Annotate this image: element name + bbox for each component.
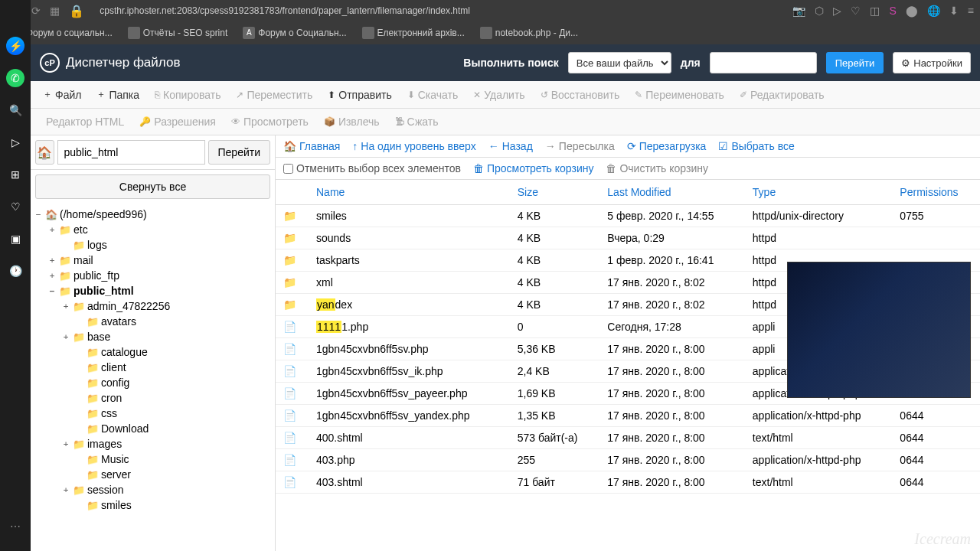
nav-up-link[interactable]: ↑На один уровень вверх: [352, 140, 475, 152]
tree-node-public_ftp[interactable]: +📁public_ftp: [31, 268, 275, 283]
tree-node-avatars[interactable]: 📁avatars: [31, 314, 275, 329]
toolbar-Файл[interactable]: ＋Файл: [37, 85, 87, 104]
toolbar-icon: 🔑: [139, 116, 151, 127]
view-trash-link[interactable]: 🗑Просмотреть корзину: [473, 162, 594, 174]
ext-icon[interactable]: ◫: [870, 5, 880, 17]
col-modified[interactable]: Last Modified: [599, 180, 745, 205]
path-go-button[interactable]: Перейти: [208, 140, 270, 165]
empty-trash-link[interactable]: 🗑Очистить корзину: [606, 162, 708, 174]
table-row[interactable]: 📄1gbn45cxvbn6ff5sv_yandex.php1,35 KB17 я…: [276, 405, 980, 427]
url-text[interactable]: cpsthr.iphoster.net:2083/cpsess919238178…: [100, 5, 783, 16]
path-input[interactable]: [57, 140, 205, 165]
bookmark-item[interactable]: AФорум о Социальн...: [238, 25, 351, 41]
bookmark-label: Отчёты - SEO sprint: [143, 28, 228, 38]
expander-icon[interactable]: +: [47, 271, 57, 281]
expander-icon[interactable]: +: [61, 485, 70, 495]
file-icon: 📄: [283, 432, 296, 444]
col-perms[interactable]: Permissions: [892, 180, 980, 205]
tree-node-server[interactable]: 📁server: [31, 467, 275, 482]
heart-icon[interactable]: ♡: [851, 5, 861, 17]
play-icon[interactable]: ▷: [833, 5, 841, 17]
tree-node-images[interactable]: +📁images: [31, 436, 275, 452]
col-icon[interactable]: [276, 180, 309, 205]
tree-node-logs[interactable]: 📁logs: [31, 237, 275, 253]
tree-node-catalogue[interactable]: 📁catalogue: [31, 344, 275, 360]
toolbar-Отправить[interactable]: ⬆Отправить: [322, 86, 397, 104]
messenger-icon[interactable]: ⚡: [6, 37, 24, 55]
heart-icon[interactable]: ♡: [6, 197, 24, 216]
deselect-checkbox-input[interactable]: [283, 164, 293, 174]
menu-icon[interactable]: ≡: [968, 5, 974, 17]
col-size[interactable]: Size: [510, 180, 600, 205]
search-go-button[interactable]: Перейти: [826, 52, 884, 73]
tree-node-mail[interactable]: +📁mail: [31, 253, 275, 268]
tree-label: config: [101, 377, 129, 389]
play-icon[interactable]: ▷: [6, 133, 24, 152]
cell-name: 1gbn45cxvbn6ff5sv_payeer.php: [309, 383, 510, 405]
nav-forward-link[interactable]: →Пересылка: [545, 140, 615, 152]
tree-node-etc[interactable]: +📁etc: [31, 222, 275, 237]
home-button[interactable]: 🏠: [35, 140, 54, 165]
settings-button[interactable]: ⚙Настройки: [893, 52, 971, 73]
bookmark-item[interactable]: Електронний архів...: [358, 25, 469, 41]
col-name[interactable]: Name: [309, 180, 510, 205]
collapse-icon[interactable]: −: [34, 210, 43, 220]
nav-back-link[interactable]: ←Назад: [488, 140, 533, 152]
toolbar-Переименовать: ✎Переименовать: [629, 86, 730, 104]
arrow-up-icon: ↑: [352, 140, 358, 152]
download-icon[interactable]: ⬇: [949, 5, 959, 17]
apps-icon[interactable]: ⊞: [6, 165, 24, 184]
tree-node-smiles[interactable]: 📁smiles: [31, 497, 275, 513]
panels-icon[interactable]: ▦: [50, 5, 60, 17]
tree-root[interactable]: − 🏠 (/home/speed996): [31, 207, 275, 222]
table-row[interactable]: 📁smiles4 KB5 февр. 2020 г., 14:55httpd/u…: [276, 205, 980, 227]
whatsapp-icon[interactable]: ✆: [6, 69, 24, 87]
expander-icon[interactable]: −: [47, 286, 57, 296]
collapse-all-button[interactable]: Свернуть все: [35, 174, 270, 199]
expander-icon[interactable]: +: [61, 332, 70, 342]
tree-node-css[interactable]: 📁css: [31, 406, 275, 421]
cell-perms: [892, 227, 980, 249]
deselect-all-checkbox[interactable]: Отменить выбор всех элементов: [283, 162, 461, 174]
search-input[interactable]: [710, 52, 817, 73]
table-row[interactable]: 📁sounds4 KBВчера, 0:29httpd: [276, 227, 980, 249]
select-all-link[interactable]: ☑Выбрать все: [718, 140, 794, 152]
tree-node-client[interactable]: 📁client: [31, 360, 275, 375]
toolbar-icon: ＋: [96, 88, 106, 101]
tree-label: client: [101, 361, 126, 373]
window-icon[interactable]: ▣: [6, 230, 24, 248]
toolbar-Папка[interactable]: ＋Папка: [90, 85, 145, 104]
tree-node-cron[interactable]: 📁cron: [31, 390, 275, 406]
table-row[interactable]: 📄403.shtml71 байт17 янв. 2020 г., 8:00te…: [276, 471, 980, 494]
expander-icon[interactable]: +: [47, 256, 57, 266]
search-scope-select[interactable]: Все ваши файлы: [568, 52, 671, 73]
table-row[interactable]: 📄400.shtml573 байт(-а)17 янв. 2020 г., 8…: [276, 427, 980, 449]
nav-home-link[interactable]: 🏠Главная: [283, 140, 340, 152]
expander-icon[interactable]: +: [47, 225, 57, 235]
more-icon[interactable]: ⋯: [6, 517, 24, 536]
reload-icon[interactable]: ⟳: [31, 5, 41, 17]
col-type[interactable]: Type: [745, 180, 893, 205]
shield-icon[interactable]: ⬡: [815, 5, 824, 17]
expander-icon[interactable]: +: [61, 439, 70, 449]
tree-node-base[interactable]: +📁base: [31, 329, 275, 344]
ext3-icon[interactable]: ⬤: [906, 5, 918, 17]
tree-node-session[interactable]: +📁session: [31, 482, 275, 497]
tree-node-admin_47822256[interactable]: +📁admin_47822256: [31, 298, 275, 314]
nav-reload-link[interactable]: ⟳Перезагрузка: [627, 140, 707, 152]
camera-icon[interactable]: 📷: [792, 5, 805, 17]
globe-icon[interactable]: 🌐: [927, 5, 940, 17]
bookmark-item[interactable]: notebook.php - Ди...: [475, 25, 583, 41]
tree-node-Download[interactable]: 📁Download: [31, 421, 275, 436]
tree-node-Music[interactable]: 📁Music: [31, 452, 275, 467]
bookmark-item[interactable]: Отчёты - SEO sprint: [123, 25, 233, 41]
tree-node-config[interactable]: 📁config: [31, 375, 275, 390]
ext2-icon[interactable]: S: [889, 5, 896, 17]
expander-icon[interactable]: +: [61, 302, 70, 311]
table-row[interactable]: 📄403.php25517 янв. 2020 г., 8:00applicat…: [276, 449, 980, 471]
tree-label: base: [87, 331, 110, 343]
tree-node-public_html[interactable]: −📁public_html: [31, 283, 275, 298]
toolbar-Редактировать: ✐Редактировать: [733, 86, 831, 104]
history-icon[interactable]: 🕐: [6, 262, 24, 280]
search-icon[interactable]: 🔍: [6, 101, 24, 119]
